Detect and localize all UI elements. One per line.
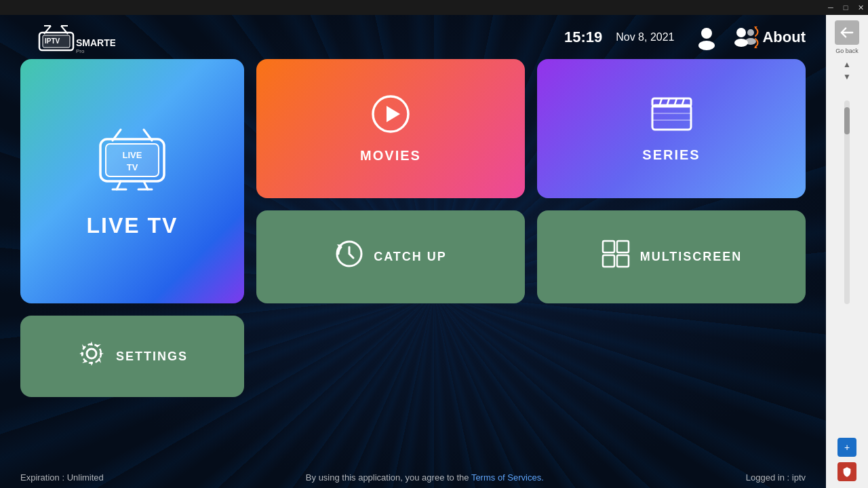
- logo: IPTV SMARTERS Pro: [20, 20, 115, 54]
- header: IPTV SMARTERS Pro 15:19 Nov 8, 2021: [0, 15, 826, 59]
- user-icon: [693, 24, 720, 51]
- svg-text:LIVE: LIVE: [123, 150, 142, 160]
- terms-prefix: By using this application, you agree to …: [306, 472, 471, 483]
- series-label: SERIES: [642, 147, 700, 163]
- svg-rect-39: [603, 241, 614, 252]
- svg-marker-28: [387, 106, 400, 122]
- svg-line-23: [117, 181, 121, 189]
- about-button[interactable]: About: [762, 29, 806, 46]
- svg-point-44: [82, 344, 101, 363]
- svg-rect-41: [603, 255, 614, 267]
- svg-rect-40: [617, 241, 629, 252]
- header-icons: [691, 22, 762, 52]
- logged-in-text: Logged in : iptv: [746, 472, 806, 483]
- header-time: 15:19: [564, 29, 602, 46]
- catchup-label: CATCH UP: [374, 250, 447, 264]
- svg-point-14: [745, 38, 756, 45]
- svg-point-10: [698, 41, 715, 50]
- series-card[interactable]: SERIES: [537, 59, 806, 198]
- svg-point-13: [747, 29, 754, 36]
- switch-user-icon: [732, 24, 762, 51]
- movies-label: MOVIES: [360, 148, 421, 164]
- svg-line-24: [144, 181, 148, 189]
- catchup-card[interactable]: CATCH UP: [256, 210, 525, 303]
- window-chrome: ─ □ ✕: [0, 0, 868, 15]
- svg-point-43: [87, 349, 96, 358]
- svg-point-9: [701, 28, 712, 39]
- arrow-down-icon[interactable]: ▼: [843, 72, 851, 81]
- arrow-up-icon[interactable]: ▲: [843, 60, 851, 69]
- go-back-label: Go back: [835, 48, 859, 54]
- sidebar-scrollbar[interactable]: [844, 100, 850, 304]
- user-icon-button[interactable]: [691, 22, 722, 52]
- movies-icon: [370, 94, 411, 141]
- terms-text: By using this application, you agree to …: [306, 472, 544, 483]
- settings-label: SETTINGS: [116, 350, 188, 364]
- close-button[interactable]: ✕: [853, 0, 868, 15]
- maximize-button[interactable]: □: [838, 0, 853, 15]
- svg-text:TV: TV: [127, 162, 138, 172]
- svg-rect-29: [652, 105, 691, 130]
- minimize-button[interactable]: ─: [823, 0, 838, 15]
- sidebar-bottom-icons: +: [837, 438, 856, 481]
- plus-icon[interactable]: +: [837, 438, 856, 457]
- sidebar-arrows: ▲ ▼: [843, 60, 851, 81]
- svg-text:SMARTERS: SMARTERS: [76, 37, 115, 48]
- settings-card[interactable]: SETTINGS: [20, 316, 244, 397]
- logo-svg: IPTV SMARTERS Pro: [20, 20, 115, 54]
- multiscreen-icon: [601, 239, 631, 275]
- live-tv-label: LIVE TV: [87, 213, 178, 238]
- live-tv-card[interactable]: LIVE TV LIVE TV: [20, 59, 244, 303]
- main-content: IPTV SMARTERS Pro 15:19 Nov 8, 2021: [0, 15, 826, 488]
- go-back-icon: [835, 20, 859, 45]
- expiration-text: Expiration : Unlimited: [20, 472, 104, 483]
- svg-point-11: [736, 28, 746, 37]
- live-tv-icon: LIVE TV: [88, 125, 176, 200]
- scrollbar-thumb: [844, 107, 850, 134]
- multiscreen-card[interactable]: MULTISCREEN: [537, 210, 806, 303]
- header-date: Nov 8, 2021: [616, 31, 674, 43]
- movies-card[interactable]: MOVIES: [256, 59, 525, 198]
- series-icon: [650, 94, 694, 140]
- cards-grid: LIVE TV LIVE TV MOVIES: [0, 59, 826, 397]
- settings-icon: [77, 339, 106, 375]
- footer-bar: Expiration : Unlimited By using this app…: [0, 467, 826, 488]
- catchup-icon: [334, 239, 364, 275]
- svg-text:IPTV: IPTV: [45, 37, 60, 45]
- right-sidebar: Go back ▲ ▼ +: [826, 0, 868, 488]
- multiscreen-label: MULTISCREEN: [640, 250, 743, 264]
- svg-rect-42: [617, 255, 629, 267]
- switch-user-icon-button[interactable]: [732, 22, 762, 52]
- svg-text:Pro: Pro: [76, 48, 85, 54]
- go-back-button[interactable]: Go back: [835, 20, 859, 54]
- shield-icon[interactable]: [837, 462, 856, 481]
- terms-link[interactable]: Terms of Services.: [471, 472, 544, 483]
